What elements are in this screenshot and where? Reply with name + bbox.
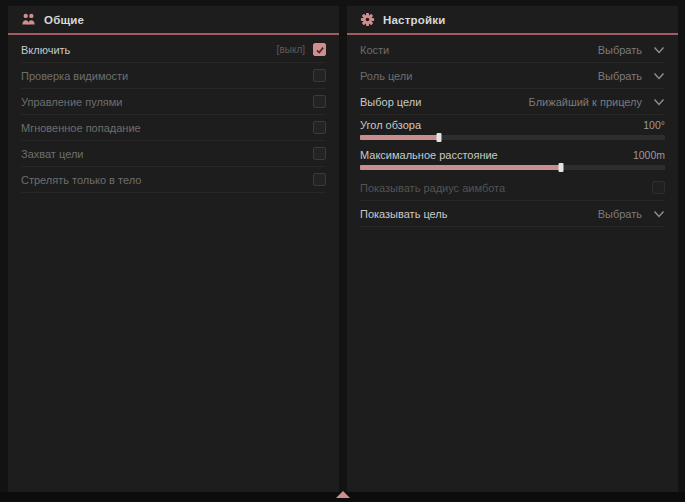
dropdown-label: Показывать цель (360, 208, 448, 220)
panel-general-header: Общие (8, 6, 339, 35)
dropdown-value: Выбрать (598, 44, 642, 56)
show-target-dropdown[interactable]: Выбрать (598, 208, 665, 220)
dropdown-row-target-selection: Выбор цели Ближайший к прицелу (360, 89, 665, 115)
target-role-dropdown[interactable]: Выбрать (598, 70, 665, 82)
slider-label: Максимальное расстояние (360, 149, 498, 161)
slider-thumb[interactable] (437, 133, 442, 142)
toggle-label: Включить (21, 44, 70, 56)
toggle-label: Показывать радиус аимбота (360, 182, 505, 194)
toggle-label: Стрелять только в тело (21, 174, 141, 186)
toggle-row-target-lock[interactable]: Захват цели (21, 141, 326, 167)
slider-fill (360, 165, 561, 170)
panel-title: Настройки (383, 14, 445, 26)
enable-checkbox[interactable] (313, 43, 326, 56)
check-icon (315, 45, 325, 55)
toggle-label: Проверка видимости (21, 70, 128, 82)
toggle-row-show-aimbot-radius[interactable]: Показывать радиус аимбота (360, 175, 665, 201)
dropdown-value: Ближайший к прицелу (529, 96, 642, 108)
dropdown-label: Кости (360, 44, 389, 56)
toggle-row-instant-hit[interactable]: Мгновенное попадание (21, 115, 326, 141)
bones-dropdown[interactable]: Выбрать (598, 44, 665, 56)
slider-value: 100° (643, 119, 665, 131)
slider-row-max-distance: Максимальное расстояние 1000m (360, 145, 665, 175)
dropdown-value: Выбрать (598, 70, 642, 82)
slider-row-fov: Угол обзора 100° (360, 115, 665, 145)
panel-settings-header: Настройки (347, 6, 678, 35)
keybind-tag[interactable]: [выкл] (277, 44, 305, 55)
dropdown-row-bones: Кости Выбрать (360, 37, 665, 63)
panel-general: Общие Включить [выкл] Проверка видимости (8, 6, 339, 492)
show-aimbot-radius-checkbox[interactable] (652, 181, 665, 194)
toggle-row-enable[interactable]: Включить [выкл] (21, 37, 326, 63)
slider-fill (360, 135, 439, 140)
panel-general-rows: Включить [выкл] Проверка видимости (8, 35, 339, 193)
slider-head: Максимальное расстояние 1000m (360, 146, 665, 163)
fov-slider[interactable] (360, 135, 665, 140)
panel-settings: Настройки Кости Выбрать Роль цели Выбрат… (347, 6, 678, 492)
slider-label: Угол обзора (360, 119, 421, 131)
dropdown-row-target-role: Роль цели Выбрать (360, 63, 665, 89)
mod-menu: Общие Включить [выкл] Проверка видимости (0, 0, 685, 502)
expand-up-arrow[interactable] (336, 491, 350, 498)
dropdown-label: Роль цели (360, 70, 412, 82)
slider-thumb[interactable] (559, 163, 564, 172)
bullet-control-checkbox[interactable] (313, 95, 326, 108)
dropdown-label: Выбор цели (360, 96, 421, 108)
toggle-controls: [выкл] (277, 43, 326, 56)
panel-title: Общие (44, 14, 84, 26)
gear-icon (360, 12, 375, 27)
chevron-down-icon (653, 45, 665, 55)
dropdown-value: Выбрать (598, 208, 642, 220)
toggle-label: Мгновенное попадание (21, 122, 141, 134)
toggle-row-bullet-control[interactable]: Управление пулями (21, 89, 326, 115)
body-only-checkbox[interactable] (313, 173, 326, 186)
target-lock-checkbox[interactable] (313, 147, 326, 160)
dropdown-row-show-target: Показывать цель Выбрать (360, 201, 665, 227)
target-selection-dropdown[interactable]: Ближайший к прицелу (529, 96, 665, 108)
toggle-row-visibility-check[interactable]: Проверка видимости (21, 63, 326, 89)
max-distance-slider[interactable] (360, 165, 665, 170)
visibility-check-checkbox[interactable] (313, 69, 326, 82)
instant-hit-checkbox[interactable] (313, 121, 326, 134)
toggle-label: Захват цели (21, 148, 83, 160)
chevron-down-icon (653, 209, 665, 219)
chevron-down-icon (653, 97, 665, 107)
slider-value: 1000m (633, 149, 665, 161)
panel-settings-rows: Кости Выбрать Роль цели Выбрать Выбор це… (347, 35, 678, 227)
chevron-down-icon (653, 71, 665, 81)
toggle-row-body-only[interactable]: Стрелять только в тело (21, 167, 326, 193)
users-icon (21, 12, 36, 27)
toggle-label: Управление пулями (21, 96, 123, 108)
slider-head: Угол обзора 100° (360, 116, 665, 133)
